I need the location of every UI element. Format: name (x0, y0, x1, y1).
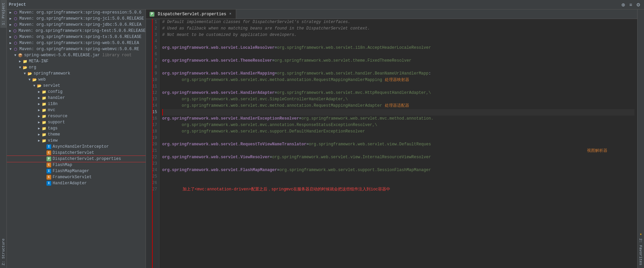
tree-item-flashmapmanager[interactable]: I FlashMapManager (7, 168, 146, 174)
tree-item-config[interactable]: ▶ 📁 config (7, 89, 146, 95)
folder-icon: 📁 (41, 120, 47, 125)
tree-arrow: ▶ (37, 120, 41, 124)
code-line-13: org.springframework.web.servlet.mvc.Simp… (162, 96, 634, 103)
editor-tab-dispatcherservlet-properties[interactable]: P DispatcherServlet.properties × (146, 9, 236, 19)
code-content[interactable]: # Default implementation classes for Dis… (159, 19, 637, 268)
code-line-10: org.springframework.web.servlet.mvc.meth… (162, 77, 634, 83)
tree-item-label: Maven: org.springframework:spring-expres… (19, 10, 141, 15)
tree-item-maven-spring-expression[interactable]: ▶ ⬡ Maven: org.springframework:spring-ex… (7, 9, 146, 16)
tree-item-theme[interactable]: ▶ 📁 theme (7, 131, 146, 138)
tree-item-resource[interactable]: ▶ 📁 resource (7, 113, 146, 119)
main-container: Project ⊕ ≡ ⚙ ▶ ⬡ Maven: org.springframe… (7, 0, 644, 268)
tree-item-label: FrameworkServlet (53, 175, 92, 180)
java-interface-icon: I (46, 144, 52, 149)
tree-item-dispatcherservlet-class[interactable]: C DispatcherServlet (7, 150, 146, 156)
tree-item-maven-spring-test[interactable]: ▶ ⬡ Maven: org.springframework:spring-te… (7, 28, 146, 34)
prop-key: org.springframework.web.servlet.ViewReso… (162, 154, 270, 161)
line-num-3: 3 (148, 32, 157, 38)
equals: = (274, 45, 277, 51)
code-line-24: org.springframework.web.servlet.FlashMap… (162, 167, 634, 173)
tree-item-maven-spring-webmvc[interactable]: ▼ ⬡ Maven: org.springframework:spring-we… (7, 46, 146, 52)
tree-item-flashmap[interactable]: C FlashMap (7, 162, 146, 168)
right-panel: P DispatcherServlet.properties × 1 2 3 4… (146, 9, 637, 268)
tree-item-maven-spring-jcl[interactable]: ▶ ⬡ Maven: org.springframework:spring-jc… (7, 16, 146, 22)
collapse-btn[interactable]: ≡ (628, 1, 633, 8)
line-num-19: 19 (148, 135, 157, 141)
tree-item-maven-spring-web[interactable]: ▶ ⬡ Maven: org.springframework:spring-we… (7, 40, 146, 46)
tree-arrow: ▶ (37, 114, 41, 118)
line-num-7: 7 (148, 58, 157, 64)
java-class-icon2: C (46, 162, 52, 168)
comment-text: # Default implementation classes for Dis… (162, 19, 351, 25)
tree-item-springframework[interactable]: ▼ 📂 springframework (7, 70, 146, 77)
tree-item-label: Maven: org.springframework:spring-jdbc:5… (19, 22, 141, 27)
code-line-23 (162, 161, 634, 167)
tree-item-org[interactable]: ▼ 📂 org (7, 64, 146, 70)
tree-item-handleradapter[interactable]: I HandlerAdapter (7, 180, 146, 186)
tab-label: DispatcherServlet.properties (158, 12, 226, 17)
tree-item-view[interactable]: ▶ 📁 view (7, 138, 146, 144)
tree-item-label: FlashMapManager (53, 169, 89, 173)
tree-item-tags[interactable]: ▶ 📁 tags (7, 125, 146, 131)
line-num-1: 1 (148, 19, 157, 25)
equals: = (306, 141, 309, 148)
chinese-label2: 处理器适配器 (385, 103, 409, 109)
tree-item-jar-root[interactable]: ▼ 📦 spring-webmvc-5.0.6.RELEASE.jar libr… (7, 52, 146, 58)
folder-icon: 📂 (22, 65, 28, 70)
tree-item-maven-spring-tx[interactable]: ▶ ⬡ Maven: org.springframework:spring-tx… (7, 34, 146, 40)
properties-icon: P (46, 156, 52, 162)
tree-arrow: ▶ (37, 96, 41, 100)
settings-btn[interactable]: ⚙ (635, 1, 642, 8)
tree-item-web[interactable]: ▼ 📂 web (7, 77, 146, 83)
prop-value: org.springframework.web.servlet.support.… (280, 167, 431, 173)
tree-item-meta-inf[interactable]: ▶ 📁 META-INF (7, 58, 146, 64)
code-line-18: org.springframework.web.servlet.mvc.supp… (162, 128, 634, 135)
prop-value: org.springframework.web.servlet.view.Def… (309, 141, 431, 148)
structure-tab[interactable]: Z: Structure (0, 236, 6, 268)
tree-item-label: support (48, 120, 65, 125)
prop-value-cont: org.springframework.web.servlet.mvc.supp… (162, 128, 365, 135)
tree-item-asynchandlerinterceptor[interactable]: I AsyncHandlerInterceptor (7, 144, 146, 150)
sync-btn[interactable]: ⊕ (620, 1, 627, 8)
java-class-icon3: C (46, 174, 52, 180)
tree-item-support[interactable]: ▶ 📁 support (7, 119, 146, 125)
maven-icon: ⬡ (13, 16, 18, 21)
comment-text: # Used as fallback when no matching bean… (162, 25, 370, 32)
tree-item-handler[interactable]: ▶ 📁 handler (7, 95, 146, 101)
tree-item-maven-spring-jdbc[interactable]: ▶ ⬡ Maven: org.springframework:spring-jd… (7, 22, 146, 28)
tree-arrow: ▶ (8, 41, 13, 45)
code-line-20: org.springframework.web.servlet.RequestT… (162, 141, 634, 148)
tree-item-frameworkservlet[interactable]: C FrameworkServlet (7, 174, 146, 180)
tree-item-servlet[interactable]: ▼ 📂 servlet (7, 83, 146, 89)
tree-item-label: resource (48, 114, 68, 119)
line-num-17: 17 (148, 122, 157, 128)
line-num-5: 5 (148, 45, 157, 51)
tree-item-label: Maven: org.springframework:spring-webmvc… (19, 47, 139, 51)
line-num-24: 24 (148, 167, 157, 173)
code-line-1: # Default implementation classes for Dis… (162, 19, 634, 25)
tab-close-btn[interactable]: × (228, 12, 232, 16)
comment-text: # Not meant to be customized by applicat… (162, 32, 297, 38)
project-tab[interactable]: 1: Project (0, 0, 6, 28)
folder-icon: 📂 (37, 83, 42, 88)
equals: = (274, 70, 277, 77)
tree-item-i18n[interactable]: ▶ 📁 i18n (7, 101, 146, 107)
code-editor: 1 2 3 4 5 6 7 8 9 10 11 12 13 14 15 16 1 (146, 19, 637, 268)
line-num-22: 22 (148, 154, 157, 161)
equals: = (299, 116, 301, 122)
tree-item-label: handler (48, 96, 65, 100)
tree-item-mvc[interactable]: ▶ 📁 mvc (7, 107, 146, 113)
maven-icon: ⬡ (13, 34, 18, 40)
favorites-tab[interactable]: ★ 2: Favorites (638, 229, 644, 268)
tree-item-label: theme (48, 132, 60, 137)
tree-arrow: ▶ (37, 102, 41, 106)
java-class-icon: C (46, 150, 52, 156)
tree-item-dispatcherservlet-properties[interactable]: P DispatcherServlet.properties (7, 156, 146, 162)
folder-icon: 📁 (41, 89, 47, 95)
properties-tab-icon: P (149, 12, 155, 17)
code-line-4 (162, 38, 634, 45)
right-vertical-tabs: ★ 2: Favorites (637, 9, 644, 268)
folder-icon: 📁 (41, 138, 47, 143)
folder-icon: 📂 (27, 71, 33, 76)
tree-arrow: ▶ (37, 139, 41, 143)
